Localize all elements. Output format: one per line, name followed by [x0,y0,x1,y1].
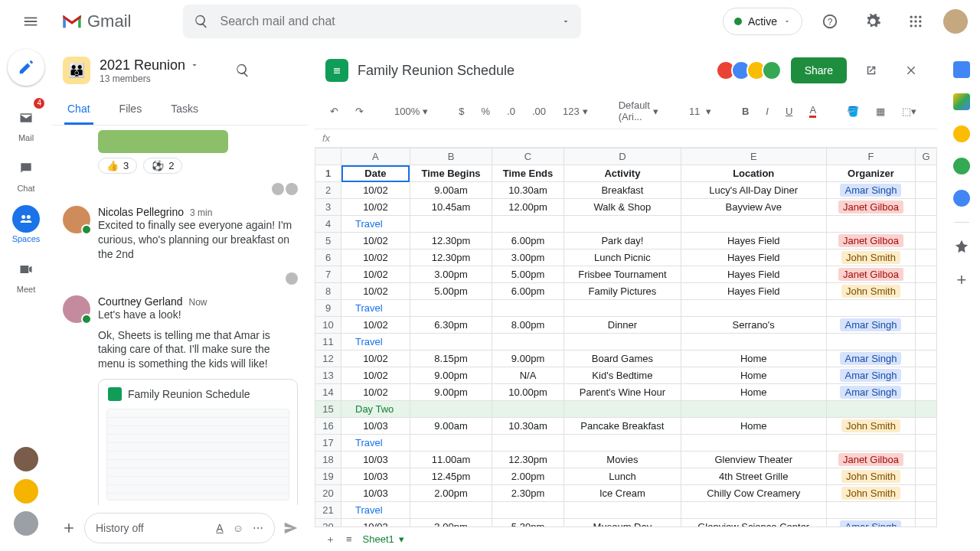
cell[interactable]: 10/02 [341,350,410,367]
cell[interactable]: 10/02 [341,249,410,266]
contact-avatar[interactable] [14,447,38,471]
undo-button[interactable]: ↶ [325,103,343,120]
col-header[interactable]: D [564,148,681,165]
col-header[interactable]: G [916,148,937,165]
cell[interactable]: Activity [564,165,681,182]
cell[interactable] [916,519,937,527]
cell[interactable]: 4th Street Grille [681,468,826,485]
cell[interactable]: Day Two [341,401,410,418]
cell[interactable] [916,199,937,216]
text-color-button[interactable]: A [805,101,821,121]
cell[interactable] [681,300,826,317]
cell[interactable] [916,384,937,401]
cell[interactable]: Home [681,350,826,367]
cell[interactable]: Lunch [564,468,681,485]
cell[interactable]: 10/03 [341,418,410,435]
add-button-icon[interactable] [61,520,77,536]
italic-button[interactable]: I [761,103,773,120]
tab-chat[interactable]: Chat [64,95,93,125]
keep-icon[interactable] [953,93,970,110]
row-header[interactable]: 2 [315,182,341,199]
cell[interactable]: 9.00am [410,182,492,199]
cell[interactable]: Glenview Science Center [681,519,826,527]
cell[interactable]: Home [681,418,826,435]
cell[interactable]: 10/03 [341,519,410,527]
cell[interactable]: 10/03 [341,452,410,468]
cell[interactable] [916,435,937,452]
cell[interactable]: 12.30pm [492,452,564,468]
sender-avatar[interactable] [63,206,90,233]
row-header[interactable]: 14 [315,384,341,401]
cell[interactable]: Chilly Cow Creamery [681,485,826,502]
cell[interactable]: Organizer [826,165,916,182]
row-header[interactable]: 20 [315,519,341,527]
cell[interactable]: 10/02 [341,384,410,401]
fill-color-button[interactable]: 🪣 [842,103,864,120]
cell[interactable]: 2.30pm [492,485,564,502]
contact-avatar[interactable] [14,479,38,504]
cell[interactable]: 10/03 [341,468,410,485]
row-header[interactable]: 11 [315,334,341,350]
cell[interactable]: 5.00pm [492,266,564,283]
cell[interactable]: 10/02 [341,199,410,216]
cell[interactable]: Museum Day [564,519,681,527]
sheets-logo[interactable] [325,59,348,82]
cell[interactable]: 8.00pm [492,317,564,334]
cell[interactable] [916,266,937,283]
cell[interactable]: 10/02 [341,266,410,283]
cell[interactable] [916,249,937,266]
cell[interactable] [564,334,681,350]
cell[interactable]: Glenview Theater [681,452,826,468]
cell[interactable]: Amar Singh [826,384,916,401]
cell[interactable]: 9.00pm [410,367,492,384]
cell[interactable] [916,334,937,350]
cell[interactable]: Home [681,384,826,401]
cell[interactable]: 2.00pm [492,468,564,485]
cell[interactable]: Amar Singh [826,367,916,384]
cell[interactable]: Amar Singh [826,317,916,334]
bold-button[interactable]: B [737,103,753,120]
cell[interactable]: John Smith [826,283,916,300]
row-header[interactable]: 19 [315,468,341,485]
tab-tasks[interactable]: Tasks [168,95,201,125]
cell[interactable]: Location [681,165,826,182]
row-header[interactable]: 15 [315,401,341,418]
cell[interactable]: Travel [341,502,410,519]
cell[interactable]: Serrano's [681,317,826,334]
cell[interactable] [916,485,937,502]
cell[interactable]: Janet Gilboa [826,199,916,216]
row-header[interactable]: 3 [315,199,341,216]
cell[interactable]: Frisbee Tournament [564,266,681,283]
cell[interactable]: Board Games [564,350,681,367]
contacts-icon[interactable] [953,158,970,174]
col-header[interactable]: B [410,148,492,165]
row-header[interactable]: 20 [315,485,341,502]
zoom-select[interactable]: 100% ▾ [390,103,433,120]
cell[interactable]: Lunch Picnic [564,249,681,266]
cell[interactable] [916,468,937,485]
cell[interactable]: Travel [341,334,410,350]
message-list[interactable]: 👍 3 ⚽ 2 Nicolas Pellegrino3 min Excited … [52,126,309,505]
borders-button[interactable]: ▦ [871,103,890,120]
account-avatar[interactable] [943,9,968,34]
cell[interactable] [916,350,937,367]
addon-icon[interactable] [953,238,970,255]
cell[interactable]: Breakfast [564,182,681,199]
cell[interactable] [410,334,492,350]
cell[interactable]: N/A [492,367,564,384]
cell[interactable] [681,216,826,233]
cell[interactable]: Time Begins [410,165,492,182]
cell[interactable]: 6.00pm [492,283,564,300]
cell[interactable]: 10.00pm [492,384,564,401]
cell[interactable]: 10.30am [492,418,564,435]
cell[interactable]: 3.00pm [492,249,564,266]
nav-spaces[interactable]: Spaces [3,201,49,248]
sender-avatar[interactable] [63,295,90,323]
cell[interactable]: 10.30am [492,182,564,199]
cell[interactable] [492,300,564,317]
row-header[interactable]: 12 [315,350,341,367]
main-menu-button[interactable] [12,3,49,40]
format-123-button[interactable]: 123▾ [558,103,593,120]
cell[interactable]: Travel [341,435,410,452]
cell[interactable] [916,233,937,249]
